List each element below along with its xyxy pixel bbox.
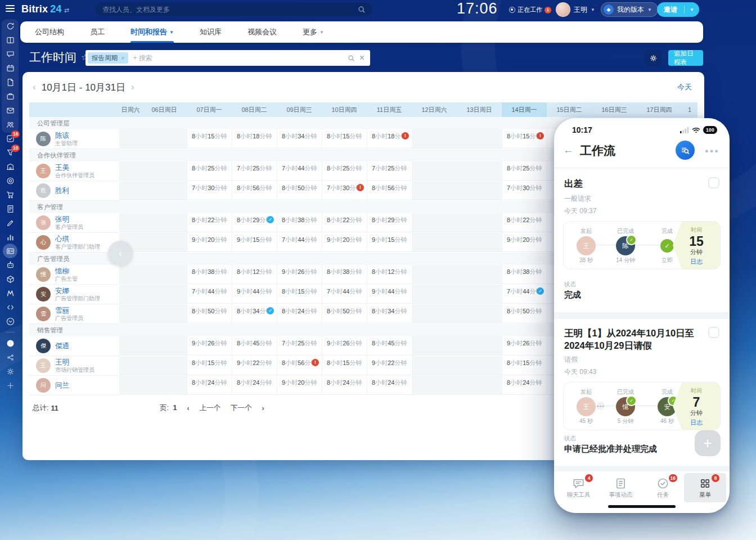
time-cell[interactable]: 8小时15分钟: [322, 356, 367, 375]
time-cell[interactable]: 8小时38分钟: [187, 265, 232, 284]
time-cell[interactable]: [119, 265, 142, 284]
card-title[interactable]: 出差: [564, 177, 583, 190]
time-cell[interactable]: [457, 265, 502, 284]
time-cell[interactable]: 8小时34分钟✓: [232, 304, 277, 323]
time-cell[interactable]: [142, 356, 187, 375]
time-cell[interactable]: [142, 181, 187, 200]
time-cell[interactable]: 8小时56分钟: [367, 181, 412, 200]
contact-center-icon[interactable]: [6, 246, 15, 255]
calendar-icon[interactable]: [6, 64, 15, 73]
time-cell[interactable]: 8小时18分钟: [232, 129, 277, 148]
time-cell[interactable]: [412, 356, 457, 375]
time-cell[interactable]: [142, 265, 187, 284]
store-icon[interactable]: [6, 190, 15, 199]
time-cell[interactable]: [142, 336, 187, 356]
time-cell[interactable]: [142, 285, 187, 304]
time-cell[interactable]: 9小时22分钟: [232, 356, 277, 375]
time-cell[interactable]: 7小时30分钟: [187, 181, 232, 200]
collapse-sidebar-button[interactable]: ‹: [108, 241, 133, 266]
employee-name[interactable]: 雪丽: [55, 307, 83, 314]
settings-icon[interactable]: [6, 367, 15, 376]
employee-row[interactable]: 憶憶柳广告主管: [29, 265, 119, 285]
nav-tab-知识库[interactable]: 知识库: [200, 21, 222, 43]
today-link[interactable]: 今天: [677, 82, 692, 92]
employee-name[interactable]: 陈该: [55, 132, 78, 140]
back-arrow-icon[interactable]: ←: [563, 144, 574, 156]
employee-row[interactable]: 王王明市场行销管理员: [29, 356, 119, 376]
user-menu[interactable]: 王明 ▼: [556, 2, 595, 17]
more-options-icon[interactable]: ●●●: [705, 147, 719, 154]
time-cell[interactable]: [142, 213, 187, 232]
time-cell[interactable]: [412, 265, 457, 284]
time-cell[interactable]: [457, 213, 502, 232]
time-cell[interactable]: [119, 356, 142, 375]
employee-name[interactable]: 安娜: [55, 287, 100, 295]
time-cell[interactable]: 8小时15分钟: [502, 356, 547, 375]
time-cell[interactable]: 8小时25分钟: [502, 161, 547, 181]
time-cell[interactable]: 8小时25分钟: [322, 161, 367, 181]
time-cell[interactable]: [412, 376, 457, 395]
help-icon[interactable]: ?: [6, 339, 15, 348]
clear-filter-icon[interactable]: ×: [359, 53, 364, 63]
time-cell[interactable]: [142, 304, 187, 323]
add-fab-button[interactable]: +: [695, 430, 721, 456]
nav-tab-员工[interactable]: 员工: [90, 21, 105, 43]
time-cell[interactable]: 8小时56分钟: [232, 181, 277, 200]
filter-bar[interactable]: 报告周期 × + 搜索 ×: [86, 50, 370, 66]
phone-tab-事项动态[interactable]: 事项动态: [600, 473, 642, 502]
card-checkbox[interactable]: [708, 177, 719, 188]
nav-tab-视频会议[interactable]: 视频会议: [248, 21, 277, 43]
time-cell[interactable]: [457, 129, 502, 148]
time-cell[interactable]: 9小时44分钟: [232, 285, 277, 304]
time-cell[interactable]: 8小时38分钟: [502, 265, 547, 284]
time-cell[interactable]: [412, 129, 457, 148]
time-cell[interactable]: 7小时25分钟: [277, 336, 322, 356]
next-page-link[interactable]: 下一个: [231, 403, 252, 413]
time-cell[interactable]: 8小时15分钟: [187, 356, 232, 375]
time-cell[interactable]: 7小时25分钟: [367, 161, 412, 181]
time-cell[interactable]: [457, 233, 502, 252]
employee-row[interactable]: 张张明客户管理员: [29, 213, 119, 233]
employee-row[interactable]: 安安娜广告管理部门助理: [29, 285, 119, 304]
time-cell[interactable]: 9小时44分钟: [367, 285, 412, 304]
time-cell[interactable]: 9小时20分钟: [187, 233, 232, 252]
time-cell[interactable]: 8小时38分钟: [322, 265, 367, 284]
filter-chip[interactable]: 报告周期 ×: [88, 52, 128, 64]
time-cell[interactable]: 8小时38分钟: [277, 213, 322, 232]
nav-tab-时间和报告[interactable]: 时间和报告▼: [130, 21, 174, 43]
prev-page-link[interactable]: 上一个: [200, 403, 221, 413]
time-cell[interactable]: 9小时20分钟: [502, 233, 547, 252]
add-schedule-button[interactable]: 追加日程表: [668, 50, 703, 66]
marketing-icon[interactable]: [6, 176, 15, 185]
phone-tab-任务[interactable]: 任务16: [642, 473, 684, 502]
time-cell[interactable]: 8小时24分钟: [277, 304, 322, 323]
time-cell[interactable]: 9小时20分钟: [277, 376, 322, 395]
employee-name[interactable]: 王明: [55, 358, 94, 366]
time-cell[interactable]: 8小时50分钟: [322, 304, 367, 323]
time-cell[interactable]: 8小时45分钟: [232, 336, 277, 356]
bitrix24-logo[interactable]: Bitrix24⇄: [21, 3, 69, 15]
time-cell[interactable]: 8小时15分钟: [277, 285, 322, 304]
documents-icon[interactable]: [6, 78, 15, 87]
time-cell[interactable]: 8小时50分钟: [502, 304, 547, 323]
employee-name[interactable]: 王美: [55, 164, 94, 172]
time-cell[interactable]: 8小时15分钟!: [502, 129, 547, 148]
time-cell[interactable]: 7小时44分钟: [277, 161, 322, 181]
home-indicator[interactable]: [608, 505, 676, 508]
inventory-icon[interactable]: [6, 274, 15, 284]
add-icon[interactable]: [6, 381, 15, 390]
time-cell[interactable]: [119, 213, 142, 232]
time-cell[interactable]: [412, 285, 457, 304]
time-cell[interactable]: 8小时25分钟: [187, 161, 232, 181]
hamburger-menu-icon[interactable]: [6, 5, 15, 12]
invite-button[interactable]: 邀请 ▼: [657, 2, 699, 17]
prev-period-icon[interactable]: ‹: [33, 82, 36, 93]
time-cell[interactable]: [412, 181, 457, 200]
time-cell[interactable]: [457, 356, 502, 375]
time-cell[interactable]: 9小时15分钟: [367, 233, 412, 252]
time-cell[interactable]: 8小时50分钟: [277, 181, 322, 200]
market-icon[interactable]: [6, 289, 15, 298]
work-clock[interactable]: 17:06: [457, 0, 498, 17]
time-cell[interactable]: [457, 285, 502, 304]
time-cell[interactable]: [412, 336, 457, 356]
